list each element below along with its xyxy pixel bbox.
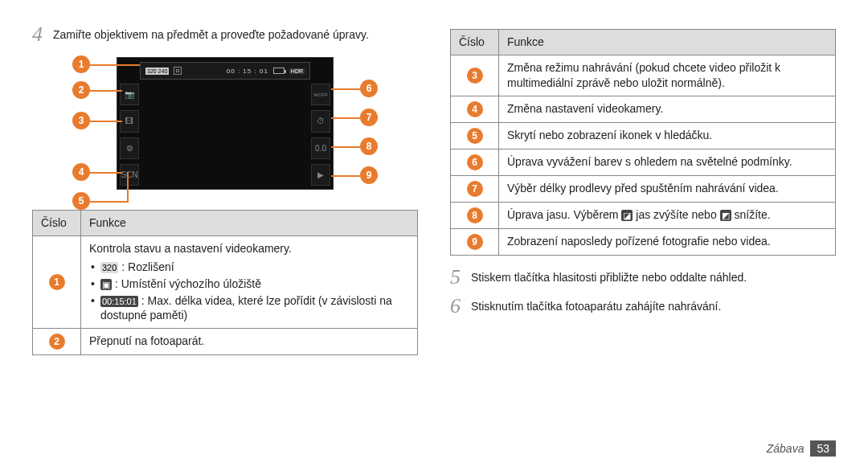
row3-text: Změna režimu nahrávání (pokud chcete vid…: [499, 55, 836, 96]
step-4: 4 Zamiřte objektivem na předmět a proveď…: [32, 24, 418, 45]
storage-icon: [174, 67, 182, 75]
badge-4: 4: [467, 101, 483, 117]
row7-text: Výběr délky prodlevy před spuštěním nahr…: [499, 175, 836, 202]
badge-8: 8: [467, 207, 483, 223]
callout-4: 4: [72, 163, 90, 181]
resolution-badge: 320 240: [145, 68, 169, 75]
table-row: 8 Úprava jasu. Výběrem ◪ jas zvýšíte neb…: [451, 202, 836, 228]
battery-icon: [273, 68, 285, 74]
table-row: 5 Skrytí nebo zobrazení ikonek v hledáčk…: [451, 122, 836, 149]
time-inline-icon: 00:15:01: [100, 296, 138, 307]
step-text: Stisknutím tlačítka fotoaparátu zahájíte…: [471, 296, 721, 315]
list-item: ▣ : Umístění výchozího úložiště: [89, 276, 409, 292]
list-item: 320 : Rozlišení: [89, 260, 409, 275]
brightness-up-icon: ◪: [621, 210, 633, 221]
row9-text: Zobrazení naposledy pořízené fotografie …: [499, 228, 836, 255]
col-header-function: Funkce: [81, 211, 418, 236]
hdr-badge: HDR: [289, 68, 305, 74]
row6-text: Úprava vyvážení barev s ohledem na světe…: [499, 149, 836, 175]
table-row: 6 Úprava vyvážení barev s ohledem na svě…: [451, 149, 836, 175]
callout-7: 7: [360, 109, 378, 126]
step-text: Zamiřte objektivem na předmět a proveďte…: [53, 24, 369, 43]
settings-icon: ⚙: [120, 137, 139, 159]
right-toolbar: WOFF ⏱ 0.0 ▶: [311, 84, 330, 186]
list-item: 00:15:01 : Max. délka videa, které lze p…: [89, 293, 409, 324]
table-row: 2 Přepnutí na fotoaparát.: [33, 329, 418, 355]
callout-9: 9: [360, 166, 378, 184]
left-toolbar: 📷 🎞 ⚙ SCN: [120, 84, 139, 186]
row5-text: Skrytí nebo zobrazení ikonek v hledáčku.: [499, 122, 836, 149]
table-row: 1 Kontrola stavu a nastavení videokamery…: [33, 236, 418, 328]
callout-1: 1: [72, 55, 90, 73]
badge-3: 3: [467, 68, 483, 84]
callout-5: 5: [72, 192, 90, 210]
right-reference-table: Číslo Funkce 3 Změna režimu nahrávání (p…: [450, 29, 836, 256]
play-icon: ▶: [311, 164, 330, 186]
left-reference-table: Číslo Funkce 1 Kontrola stavu a nastaven…: [32, 210, 418, 355]
section-name: Zábava: [767, 442, 805, 455]
scene-icon: SCN: [120, 164, 139, 186]
table-row: 7 Výběr délky prodlevy před spuštěním na…: [451, 175, 836, 202]
step-number: 5: [450, 267, 471, 288]
table-row: 3 Změna režimu nahrávání (pokud chcete v…: [451, 55, 836, 96]
storage-inline-icon: ▣: [100, 279, 112, 290]
camera-diagram: 320 240 00 : 15 : 01 HDR 📷 🎞 ⚙ SCN WOFF …: [72, 57, 378, 190]
callout-6: 6: [360, 80, 378, 97]
row8-text: Úprava jasu. Výběrem ◪ jas zvýšíte nebo …: [499, 202, 836, 228]
page-footer: Zábava 53: [767, 440, 836, 457]
page-number: 53: [810, 440, 836, 457]
badge-7: 7: [467, 181, 483, 197]
step-5: 5 Stiskem tlačítka hlasitosti přibližte …: [450, 267, 836, 288]
record-time: 00 : 15 : 01: [227, 68, 268, 75]
col-header-number: Číslo: [33, 211, 81, 236]
step-6: 6 Stisknutím tlačítka fotoaparátu zahájí…: [450, 296, 836, 317]
badge-2: 2: [49, 334, 65, 350]
badge-1: 1: [49, 274, 65, 290]
row4-text: Změna nastavení videokamery.: [499, 96, 836, 122]
white-balance-icon: WOFF: [311, 84, 330, 105]
callout-2: 2: [72, 81, 90, 99]
table-row: 4 Změna nastavení videokamery.: [451, 96, 836, 122]
brightness-down-icon: ◩: [720, 210, 731, 221]
badge-6: 6: [467, 154, 483, 170]
step-number: 6: [450, 296, 471, 317]
timer-icon: ⏱: [311, 110, 330, 132]
camera-topbar: 320 240 00 : 15 : 01 HDR: [140, 62, 310, 80]
callout-8: 8: [360, 137, 378, 155]
camera-screen: 320 240 00 : 15 : 01 HDR 📷 🎞 ⚙ SCN WOFF …: [117, 57, 334, 190]
col-header-number: Číslo: [451, 30, 499, 55]
mode-icon: 🎞: [120, 110, 139, 132]
step-number: 4: [32, 24, 53, 45]
col-header-function: Funkce: [499, 30, 836, 55]
table-row: 9 Zobrazení naposledy pořízené fotografi…: [451, 228, 836, 255]
row2-text: Přepnutí na fotoaparát.: [81, 329, 418, 355]
exposure-icon: 0.0: [311, 137, 330, 159]
resolution-icon: 320: [100, 262, 118, 273]
row1-intro: Kontrola stavu a nastavení videokamery.: [89, 242, 292, 255]
callout-3: 3: [72, 112, 90, 129]
badge-9: 9: [467, 234, 483, 250]
camera-switch-icon: 📷: [120, 84, 139, 105]
step-text: Stiskem tlačítka hlasitosti přibližte ne…: [471, 267, 747, 286]
badge-5: 5: [467, 128, 483, 144]
